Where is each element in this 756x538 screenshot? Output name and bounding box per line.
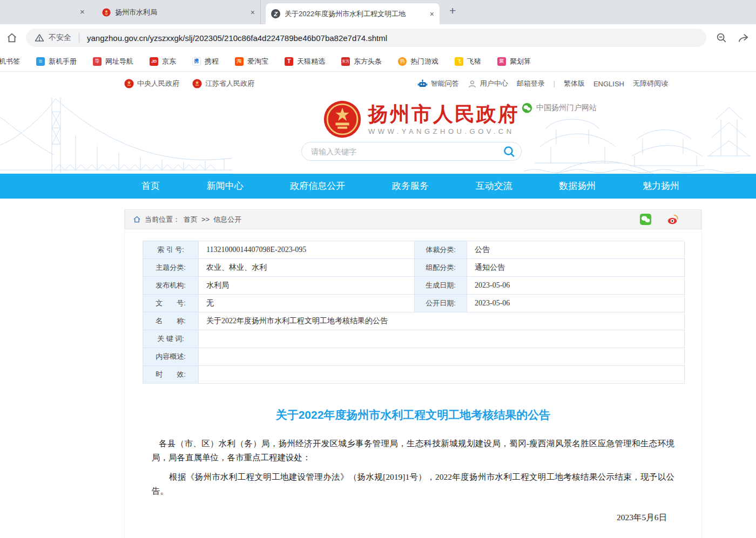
tab-announcement-active[interactable]: Z 关于2022年度扬州市水利工程文明工地 × [266, 3, 440, 24]
meta-value-publish-date: 2023-05-06 [467, 295, 685, 312]
bookmark-label: 新机手册 [49, 57, 77, 66]
close-icon[interactable]: × [430, 10, 434, 18]
meta-label: 关 键 词: [143, 330, 199, 348]
meta-value-created-date: 2023-05-06 [467, 277, 685, 295]
robot-icon [417, 79, 428, 89]
traditional-chinese-link[interactable]: 繁体版 [564, 79, 585, 88]
share-icon[interactable] [737, 31, 750, 44]
breadcrumb-prefix: 当前位置： [145, 215, 180, 224]
bookmark-label: 聚划算 [510, 57, 531, 66]
search-icon[interactable] [502, 144, 517, 159]
nav-item-charm[interactable]: 魅力扬州 [643, 174, 679, 199]
bookmark-label: 飞猪 [467, 57, 481, 66]
bookmark-item[interactable]: T 天猫精选 [285, 57, 325, 66]
tab-yangzhou-water-bureau[interactable]: 扬州市水利局 × [96, 0, 261, 24]
meta-label: 内容概述: [143, 348, 199, 366]
new-tab-button[interactable]: + [449, 4, 456, 17]
national-emblem-icon [192, 79, 202, 88]
user-icon [468, 79, 477, 88]
close-icon[interactable]: × [251, 8, 255, 17]
bookmark-item[interactable]: 机书签 [0, 57, 20, 66]
zoom-out-icon[interactable] [715, 31, 728, 44]
meta-label: 体裁分类: [415, 241, 467, 259]
smart-qa-link[interactable]: 智能问答 [417, 79, 459, 89]
site-domain: WWW.YANGZHOU.GOV.CN [368, 127, 519, 135]
bookmark-item[interactable]: 飞 飞猪 [455, 57, 481, 66]
bookmark-item[interactable]: ≡ 新机手册 [36, 57, 77, 66]
security-label[interactable]: 不安全 [49, 33, 71, 43]
gov-top-bar: 中央人民政府 江苏省人民政府 智能问答 用户中心 邮箱登录 | [0, 72, 756, 96]
bookmarks-bar: 机书签 ≡ 新机手册 导 网址导航 JD 京东 携 携程 淘 爱淘宝 T 天猫精… [0, 51, 756, 72]
link-central-government[interactable]: 中央人民政府 [124, 79, 179, 88]
article-paragraph: 各县（市、区）水利（务）局，扬州经济开发区城乡事务管理局，生态科技新城规划建设局… [152, 437, 674, 465]
manual-icon: ≡ [36, 57, 45, 66]
article-title: 关于2022年度扬州市水利工程文明工地考核结果的公告 [152, 407, 674, 423]
nav-item-news[interactable]: 新闻中心 [207, 174, 244, 199]
meta-label: 名 称: [143, 312, 199, 330]
tab-title: 扬州市水利局 [115, 8, 246, 17]
gov-link-label: 中央人民政府 [137, 79, 179, 88]
site-favicon-icon: Z [271, 9, 280, 18]
breadcrumb: 当前位置： 首页 >> 信息公开 [125, 209, 701, 229]
meta-value-agency: 水利局 [199, 277, 415, 295]
search-input[interactable] [302, 147, 502, 156]
content-area: 当前位置： 首页 >> 信息公开 索 引 号: 1132100001440709… [124, 209, 702, 538]
wechat-share-icon[interactable] [639, 213, 652, 226]
divider [79, 33, 79, 43]
breadcrumb-separator: >> [201, 215, 210, 223]
meta-label: 索 引 号: [143, 241, 199, 259]
bookmark-item[interactable]: 东方 东方头条 [341, 57, 382, 66]
bookmark-item[interactable]: 导 网址导航 [93, 57, 133, 66]
nav-item-services[interactable]: 政务服务 [392, 174, 429, 199]
warning-icon [35, 33, 44, 43]
nav-item-home[interactable]: 首页 [141, 174, 160, 199]
meta-value-summary [199, 348, 685, 366]
national-emblem-icon [323, 100, 362, 139]
ctrip-icon: 携 [192, 57, 201, 66]
meta-label: 生成日期: [415, 277, 467, 295]
accessibility-link[interactable]: 无障碍阅读 [633, 79, 668, 88]
main-nav: 首页 新闻中心 政府信息公开 政务服务 互动交流 数据扬州 魅力扬州 [0, 174, 756, 199]
home-icon[interactable] [5, 31, 18, 44]
tab-strip: × 扬州市水利局 × Z 关于2022年度扬州市水利工程文明工地 × + [0, 0, 756, 24]
link-jiangsu-government[interactable]: 江苏省人民政府 [192, 79, 254, 88]
meta-value-doc-number: 无 [199, 295, 415, 312]
meta-label: 组配分类: [415, 259, 467, 277]
bookmark-label: 网址导航 [105, 57, 133, 66]
fliggy-icon: 飞 [455, 57, 463, 66]
meta-value-genre: 公告 [467, 241, 685, 259]
search-box [301, 142, 522, 161]
close-icon[interactable]: × [80, 7, 85, 16]
weibo-share-icon[interactable] [667, 213, 679, 226]
toutiao-icon: 东方 [341, 57, 350, 66]
breadcrumb-home-link[interactable]: 首页 [184, 215, 198, 224]
bookmark-item[interactable]: 携 携程 [192, 57, 219, 66]
meta-value-validity [199, 366, 685, 384]
nav-item-info-disclosure[interactable]: 政府信息公开 [290, 174, 345, 199]
site-logo[interactable]: 扬州市人民政府 WWW.YANGZHOU.GOV.CN [323, 100, 519, 139]
bookmark-item[interactable]: JD 京东 [150, 57, 176, 66]
breadcrumb-current[interactable]: 信息公开 [213, 215, 241, 224]
nav-item-interaction[interactable]: 互动交流 [476, 174, 512, 199]
bookmark-label: 机书签 [0, 57, 20, 66]
browser-toolbar: 不安全 yangzhou.gov.cn/yzszxxgk/slj/202305/… [0, 24, 756, 51]
national-emblem-icon [124, 79, 134, 88]
national-emblem-favicon-icon [102, 8, 111, 17]
bookmark-label: 京东 [162, 57, 176, 66]
bookmark-item[interactable]: 淘 爱淘宝 [235, 57, 268, 66]
url-text[interactable]: yangzhou.gov.cn/yzszxxgk/slj/202305/210c… [87, 33, 387, 43]
bookmark-label: 天猫精选 [297, 57, 325, 66]
meta-label: 主题分类: [143, 259, 199, 277]
bookmark-item[interactable]: 聚 聚划算 [497, 57, 531, 66]
address-bar[interactable]: 不安全 yangzhou.gov.cn/yzszxxgk/slj/202305/… [26, 29, 706, 47]
nav-item-data[interactable]: 数据扬州 [559, 174, 596, 199]
english-link[interactable]: ENGLISH [593, 80, 624, 88]
article: 关于2022年度扬州市水利工程文明工地考核结果的公告 各县（市、区）水利（务）局… [125, 407, 701, 538]
user-center-link[interactable]: 用户中心 [468, 79, 508, 88]
tmall-icon: T [285, 57, 293, 66]
portal-link[interactable]: 中国扬州门户网站 [522, 103, 597, 113]
bookmark-item[interactable]: 热 热门游戏 [398, 57, 438, 66]
mail-login-link[interactable]: 邮箱登录 [517, 79, 545, 88]
article-date: 2023年5月6日 [152, 512, 674, 523]
meta-label: 时 效: [143, 366, 199, 384]
